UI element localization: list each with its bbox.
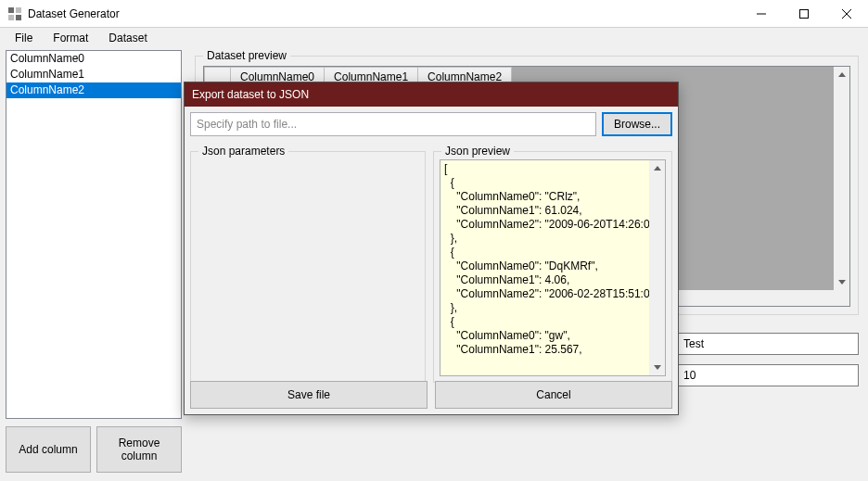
svg-rect-5: [800, 9, 809, 18]
maximize-button[interactable]: [783, 0, 825, 28]
menu-file[interactable]: File: [6, 30, 42, 46]
app-icon: [7, 6, 22, 21]
rowcount-field[interactable]: [677, 364, 859, 386]
export-json-dialog: Export dataset to JSON Browse... Json pa…: [184, 82, 679, 415]
minimize-button[interactable]: [740, 0, 783, 28]
file-path-input[interactable]: [190, 112, 596, 136]
browse-button[interactable]: Browse...: [602, 112, 672, 136]
window-titlebar: Dataset Generator: [0, 0, 868, 28]
remove-column-button[interactable]: Remove column: [96, 426, 182, 473]
menu-format[interactable]: Format: [44, 30, 97, 46]
json-preview-scrollbar[interactable]: [649, 160, 665, 375]
close-button[interactable]: [825, 0, 868, 28]
list-item[interactable]: ColumnName0: [6, 51, 181, 67]
columntext-field[interactable]: [677, 333, 859, 355]
json-preview-legend: Json preview: [441, 145, 514, 158]
list-item[interactable]: ColumnName2: [6, 82, 181, 98]
cancel-button[interactable]: Cancel: [435, 381, 672, 409]
json-preview-text: [ { "ColumnName0": "CRlz", "ColumnName1"…: [440, 160, 649, 375]
dialog-title: Export dataset to JSON: [185, 82, 678, 107]
svg-rect-2: [8, 15, 14, 20]
add-column-button[interactable]: Add column: [6, 426, 91, 473]
json-preview-textbox[interactable]: [ { "ColumnName0": "CRlz", "ColumnName1"…: [440, 159, 666, 376]
columns-listbox[interactable]: ColumnName0 ColumnName1 ColumnName2: [6, 50, 182, 419]
svg-rect-3: [16, 15, 21, 20]
json-parameters-legend: Json parameters: [198, 145, 288, 158]
svg-rect-0: [8, 7, 14, 13]
menu-bar: File Format Dataset: [0, 28, 868, 48]
grid-vertical-scrollbar[interactable]: [834, 67, 849, 290]
scroll-up-icon[interactable]: [649, 160, 665, 176]
scroll-down-icon[interactable]: [834, 274, 849, 290]
list-item[interactable]: ColumnName1: [6, 67, 181, 82]
dataset-preview-legend: Dataset preview: [203, 49, 290, 62]
window-title: Dataset Generator: [28, 7, 120, 20]
menu-dataset[interactable]: Dataset: [99, 30, 156, 46]
json-parameters-group: Json parameters: [190, 151, 426, 383]
scroll-up-icon[interactable]: [834, 67, 849, 82]
svg-rect-1: [16, 7, 21, 13]
save-file-button[interactable]: Save file: [190, 381, 428, 409]
scroll-down-icon[interactable]: [649, 360, 665, 375]
json-preview-group: Json preview [ { "ColumnName0": "CRlz", …: [433, 151, 672, 383]
